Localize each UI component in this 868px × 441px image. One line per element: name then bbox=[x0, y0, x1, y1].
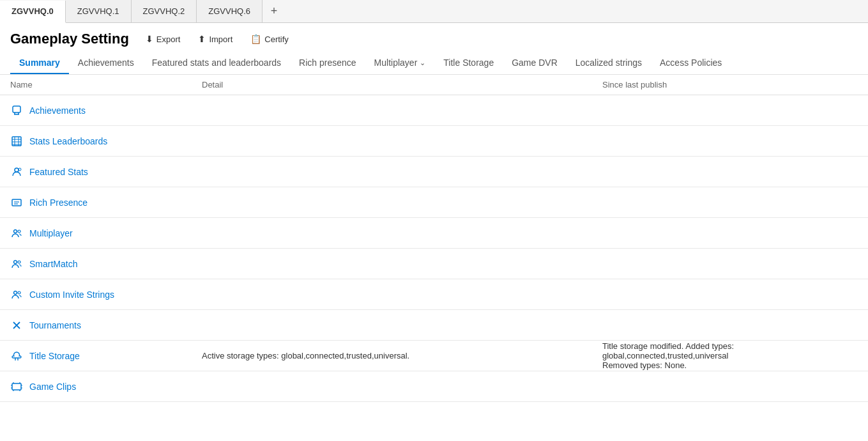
export-icon: ⬇ bbox=[146, 34, 153, 44]
row-name-title-storage[interactable]: Title Storage bbox=[10, 350, 202, 362]
summary-rows: AchievementsStats LeaderboardsFeatured S… bbox=[0, 95, 868, 402]
smartmatch-icon bbox=[10, 258, 23, 270]
table-row: SmartMatch bbox=[0, 249, 868, 279]
col-since-header: Since last publish bbox=[602, 80, 858, 89]
tab-tab3[interactable]: ZGVVHQ.6 bbox=[197, 0, 263, 22]
nav-tab-nav-featured[interactable]: Featured stats and leaderboards bbox=[143, 52, 290, 74]
table-row: Featured Stats bbox=[0, 157, 868, 187]
certify-icon: 📋 bbox=[250, 34, 261, 44]
table-row: Stats Leaderboards bbox=[0, 126, 868, 157]
nav-tab-nav-game-dvr[interactable]: Game DVR bbox=[503, 52, 567, 74]
row-name-text: Rich Presence bbox=[29, 197, 88, 208]
row-name-achievements[interactable]: Achievements bbox=[10, 104, 202, 117]
col-detail-header: Detail bbox=[202, 80, 602, 89]
table-row: Multiplayer bbox=[0, 218, 868, 249]
table-row: Tournaments bbox=[0, 310, 868, 341]
row-name-stats-leaderboards[interactable]: Stats Leaderboards bbox=[10, 135, 202, 148]
nav-tab-label: Access Policies bbox=[660, 58, 722, 68]
page-title: Gameplay Setting bbox=[10, 31, 129, 47]
row-since-title-storage: Title storage modified. Added types: glo… bbox=[602, 341, 858, 370]
svg-point-14 bbox=[14, 260, 17, 263]
row-detail-title-storage: Active storage types: global,connected,t… bbox=[202, 351, 602, 360]
page-header: Gameplay Setting ⬇ Export ⬆ Import 📋 Cer… bbox=[0, 23, 868, 52]
row-name-text: Featured Stats bbox=[29, 167, 88, 177]
stats-leaderboards-icon bbox=[10, 135, 23, 148]
row-name-text: Game Clips bbox=[29, 382, 76, 392]
col-name-header: Name bbox=[10, 80, 202, 89]
game-clips-icon bbox=[10, 380, 23, 393]
row-name-custom-invite[interactable]: Custom Invite Strings bbox=[10, 288, 202, 301]
table-row: Achievements bbox=[0, 95, 868, 126]
row-name-smartmatch[interactable]: SmartMatch bbox=[10, 258, 202, 270]
import-button[interactable]: ⬆ Import bbox=[194, 31, 236, 47]
svg-rect-22 bbox=[12, 383, 21, 390]
nav-tab-label: Summary bbox=[19, 58, 60, 68]
row-name-multiplayer[interactable]: Multiplayer bbox=[10, 227, 202, 240]
title-storage-icon bbox=[10, 350, 23, 362]
rich-presence-icon bbox=[10, 196, 23, 209]
nav-tab-label: Game DVR bbox=[512, 58, 558, 68]
table-row: Game Clips bbox=[0, 371, 868, 402]
row-name-game-clips[interactable]: Game Clips bbox=[10, 380, 202, 393]
svg-point-15 bbox=[18, 261, 20, 263]
row-name-text: Achievements bbox=[29, 105, 86, 116]
tab-tab0[interactable]: ZGVVHQ.0 bbox=[0, 1, 66, 23]
row-name-rich-presence[interactable]: Rich Presence bbox=[10, 196, 202, 209]
row-name-text: Title Storage bbox=[29, 351, 80, 361]
table-row: Rich Presence bbox=[0, 187, 868, 218]
svg-point-13 bbox=[18, 230, 20, 233]
nav-tab-label: Localized strings bbox=[575, 58, 642, 68]
tournaments-icon bbox=[10, 319, 23, 332]
table-row: Custom Invite Strings bbox=[0, 279, 868, 310]
tab-bar: ZGVVHQ.0ZGVVHQ.1ZGVVHQ.2ZGVVHQ.6+ bbox=[0, 0, 868, 23]
featured-stats-icon bbox=[10, 166, 23, 178]
nav-tab-label: Multiplayer bbox=[374, 58, 418, 68]
row-name-text: Stats Leaderboards bbox=[29, 136, 107, 146]
row-name-text: Custom Invite Strings bbox=[29, 290, 114, 300]
header-actions: ⬇ Export ⬆ Import 📋 Certify bbox=[142, 31, 293, 47]
row-name-featured-stats[interactable]: Featured Stats bbox=[10, 166, 202, 178]
svg-rect-9 bbox=[12, 199, 21, 206]
nav-tab-label: Rich presence bbox=[299, 58, 356, 68]
nav-tab-nav-multiplayer[interactable]: Multiplayer⌄ bbox=[365, 52, 435, 74]
achievements-icon bbox=[10, 104, 23, 117]
custom-invite-icon bbox=[10, 288, 23, 301]
table-header: Name Detail Since last publish bbox=[0, 75, 868, 95]
import-icon: ⬆ bbox=[198, 34, 206, 44]
tab-tab1[interactable]: ZGVVHQ.1 bbox=[66, 0, 132, 22]
row-name-text: SmartMatch bbox=[29, 259, 77, 269]
nav-tab-label: Featured stats and leaderboards bbox=[152, 58, 281, 68]
multiplayer-icon bbox=[10, 227, 23, 240]
nav-tab-nav-title-storage[interactable]: Title Storage bbox=[434, 52, 503, 74]
nav-tabs: SummaryAchievementsFeatured stats and le… bbox=[0, 52, 868, 75]
row-name-tournaments[interactable]: Tournaments bbox=[10, 319, 202, 332]
table-row: Title StorageActive storage types: globa… bbox=[0, 341, 868, 371]
svg-point-12 bbox=[14, 229, 17, 233]
chevron-down-icon: ⌄ bbox=[420, 59, 425, 67]
row-name-text: Multiplayer bbox=[29, 228, 73, 238]
nav-tab-label: Achievements bbox=[78, 58, 134, 68]
svg-point-7 bbox=[15, 168, 19, 172]
nav-tab-nav-access[interactable]: Access Policies bbox=[651, 52, 731, 74]
svg-point-17 bbox=[18, 291, 20, 294]
tab-tab2[interactable]: ZGVVHQ.2 bbox=[132, 0, 197, 22]
export-button[interactable]: ⬇ Export bbox=[142, 31, 185, 47]
nav-tab-nav-achievements[interactable]: Achievements bbox=[69, 52, 143, 74]
add-tab-button[interactable]: + bbox=[263, 0, 286, 22]
row-name-text: Tournaments bbox=[29, 320, 81, 330]
svg-rect-0 bbox=[13, 106, 20, 112]
certify-button[interactable]: 📋 Certify bbox=[247, 31, 293, 47]
nav-tab-nav-localized[interactable]: Localized strings bbox=[567, 52, 651, 74]
svg-point-16 bbox=[14, 291, 17, 294]
nav-tab-label: Title Storage bbox=[443, 58, 494, 68]
nav-tab-nav-rich[interactable]: Rich presence bbox=[290, 52, 365, 74]
nav-tab-nav-summary[interactable]: Summary bbox=[10, 52, 69, 74]
